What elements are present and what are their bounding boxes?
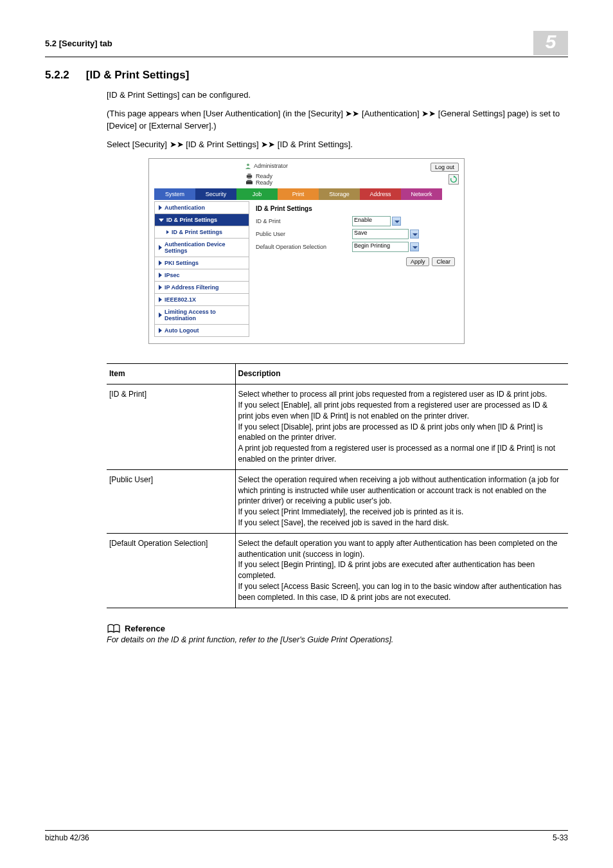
table-row: [Default Operation Selection] Select the… [107,533,568,608]
table-row: [ID & Print] Select whether to process a… [107,384,568,470]
chevron-right-icon [159,328,162,333]
cell-desc: Select the default operation you want to… [235,533,568,608]
field-label-idprint: ID & Print [256,218,352,224]
apply-button[interactable]: Apply [406,257,430,266]
footer-model: bizhub 42/36 [45,833,89,842]
chevron-right-icon [159,285,162,290]
col-header-desc: Description [235,364,568,384]
admin-label: Administrator [244,163,288,169]
sidebar-item-ipfilter[interactable]: IP Address Filtering [154,282,249,294]
reference-heading: Reference [125,624,165,633]
paragraph: Select [Security] ➤➤ [ID & Print Setting… [107,139,568,151]
tab-job[interactable]: Job [236,188,278,200]
chapter-badge: 5 [533,31,568,55]
chevron-down-icon [159,219,164,222]
chevron-down-icon[interactable] [410,242,419,251]
chevron-right-icon [159,273,162,278]
footer-page: 5-33 [553,833,568,842]
user-icon [244,163,252,169]
chevron-right-icon [159,260,162,266]
cell-desc: Select whether to process all print jobs… [235,384,568,470]
cell-desc: Select the operation required when recei… [235,469,568,533]
cell-item: [ID & Print] [107,384,235,470]
col-header-item: Item [107,364,235,384]
scanner-icon [245,179,253,186]
section-title: [ID & Print Settings] [86,69,190,82]
tab-security[interactable]: Security [195,188,236,200]
field-label-defaultop: Default Operation Selection [256,244,352,250]
select-defaultop[interactable]: Begin Printing [352,242,409,252]
chevron-right-icon [159,312,162,318]
panel-title: ID & Print Settings [256,205,455,212]
chevron-right-icon [159,245,162,250]
description-table: Item Description [ID & Print] Select whe… [107,363,568,608]
status-ready: Ready [256,173,272,179]
clear-button[interactable]: Clear [432,257,455,266]
tab-print[interactable]: Print [278,188,319,200]
select-idprint[interactable]: Enable [352,216,391,226]
chevron-right-icon [159,205,162,210]
cell-item: [Default Operation Selection] [107,533,235,608]
svg-rect-5 [247,180,252,182]
select-publicuser[interactable]: Save [352,229,409,239]
sidebar-item-limit[interactable]: Limiting Access to Destination [154,306,249,325]
sidebar-item-pki[interactable]: PKI Settings [154,257,249,269]
book-icon [107,624,121,634]
reference-body: For details on the ID & print function, … [107,635,568,644]
tab-network[interactable]: Network [401,188,442,200]
app-screenshot: Administrator Log out Ready Ready System… [148,158,465,344]
tab-address[interactable]: Address [360,188,401,200]
svg-point-0 [247,164,249,167]
sidebar-group-idprint[interactable]: ID & Print Settings [154,214,249,226]
chevron-right-icon [159,297,162,302]
table-row: [Public User] Select the operation requi… [107,469,568,533]
sidebar-item-idprint[interactable]: ID & Print Settings [154,226,249,239]
logout-button[interactable]: Log out [431,163,459,172]
svg-rect-1 [247,176,252,178]
sidebar-item-ieee[interactable]: IEEE802.1X [154,294,249,306]
running-header: 5.2 [Security] tab [45,39,533,48]
section-number: 5.2.2 [45,69,69,82]
chevron-right-icon [166,230,169,234]
sidebar: Authentication ID & Print Settings ID & … [154,201,249,337]
paragraph: [ID & Print Settings] can be configured. [107,89,568,102]
svg-rect-3 [248,178,251,179]
tab-system[interactable]: System [154,188,195,200]
chevron-down-icon[interactable] [410,230,419,239]
settings-panel: ID & Print Settings ID & Print Enable Pu… [249,201,459,337]
status-ready: Ready [256,179,272,186]
svg-rect-2 [248,174,251,176]
sidebar-item-autologout[interactable]: Auto Logout [154,325,249,337]
printer-icon [245,173,253,179]
sidebar-item-authdev[interactable]: Authentication Device Settings [154,239,249,257]
header-rule [45,57,568,57]
tab-storage[interactable]: Storage [319,188,360,200]
refresh-icon[interactable] [449,174,459,185]
paragraph: (This page appears when [User Authentica… [107,108,568,132]
sidebar-item-ipsec[interactable]: IPsec [154,269,249,282]
cell-item: [Public User] [107,469,235,533]
main-tabs: System Security Job Print Storage Addres… [154,188,459,201]
chevron-down-icon[interactable] [392,217,401,226]
field-label-publicuser: Public User [256,231,352,237]
sidebar-item-auth[interactable]: Authentication [154,201,249,214]
